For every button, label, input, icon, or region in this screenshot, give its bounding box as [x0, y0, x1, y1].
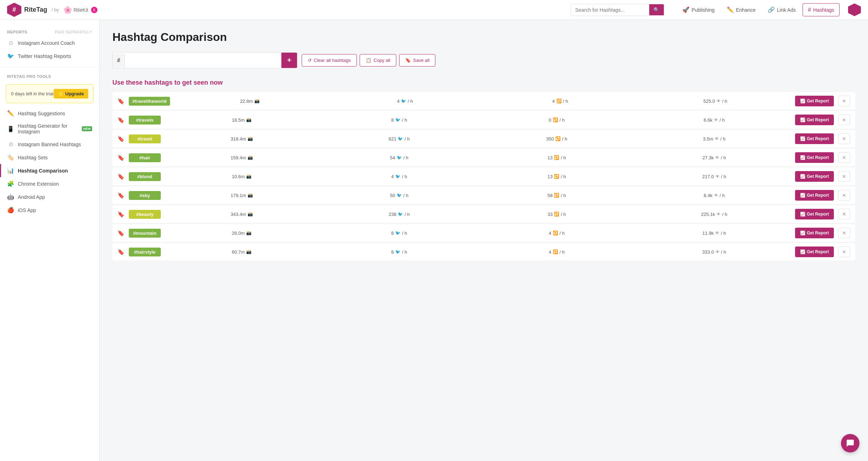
bookmark-icon[interactable]: 🔖 [117, 249, 125, 255]
main-nav: 🚀 Publishing ✏️ Enhance 🔗 Link Ads # Has… [677, 3, 840, 16]
banned-icon: ⊘ [7, 141, 14, 148]
get-report-button[interactable]: 📈 Get Report [795, 115, 834, 125]
reports-label: REPORTS [7, 30, 27, 34]
per-hour-label: / h [402, 174, 407, 179]
stat-retweets: 350 🔁 / h [480, 136, 634, 142]
sidebar-item-hashtag-sets[interactable]: 🏷️ Hashtag Sets [0, 151, 99, 164]
chat-icon [846, 439, 854, 447]
bookmark-icon[interactable]: 🔖 [117, 211, 125, 218]
nav-tab-enhance[interactable]: ✏️ Enhance [721, 3, 761, 16]
remove-hashtag-button[interactable]: ✕ [838, 171, 850, 182]
copy-all-button[interactable]: 📋 Copy all [360, 54, 396, 67]
views-count: 27.3k [702, 155, 714, 160]
per-hour-retweet: / h [560, 249, 565, 255]
stat-retweets: 58 🔁 / h [480, 193, 634, 198]
remove-hashtag-button[interactable]: ✕ [838, 247, 850, 257]
views-count: 3.5m [703, 136, 713, 142]
hashtag-text-input[interactable] [125, 54, 281, 67]
get-report-button[interactable]: 📈 Get Report [795, 171, 834, 182]
add-hashtag-button[interactable]: + [281, 53, 297, 68]
bookmark-icon[interactable]: 🔖 [117, 154, 125, 161]
per-hour-views: / h [721, 231, 726, 236]
save-icon: 🔖 [405, 58, 411, 63]
per-hour-label: / h [403, 193, 408, 198]
stat-tweets: 4 🐦 / h [329, 99, 480, 104]
sidebar-item-chrome-extension[interactable]: 🧩 Chrome Extension [0, 177, 99, 190]
per-hour-views: / h [721, 249, 726, 255]
retweet-icon: 🔁 [554, 174, 559, 179]
remove-hashtag-button[interactable]: ✕ [838, 228, 850, 238]
hashtag-row: 🔖 #hair 159.4m 📸 54 🐦 / h 13 🔁 / h 27.3k… [112, 149, 855, 167]
posts-count: 22.8m [240, 99, 253, 104]
stat-posts: 318.4m 📸 [165, 136, 318, 142]
clear-all-button[interactable]: ↺ Clear all hashtags [302, 54, 357, 67]
main-content: Hashtag Comparison # + ↺ Clear all hasht… [100, 20, 868, 461]
stat-tweets: 50 🐦 / h [323, 193, 476, 198]
sidebar-item-hashtag-suggestions[interactable]: ✏️ Hashtag Suggestions [0, 107, 99, 120]
get-report-button[interactable]: 📈 Get Report [795, 247, 834, 257]
views-count: 525.0 [703, 99, 715, 104]
save-all-button[interactable]: 🔖 Save all [399, 54, 435, 67]
sidebar-item-instagram-coach[interactable]: ⊙ Instagram Account Coach [0, 36, 99, 49]
remove-hashtag-button[interactable]: ✕ [838, 152, 850, 163]
eye-icon: 👁 [716, 99, 721, 104]
nav-tab-hashtags[interactable]: # Hashtags [803, 3, 840, 16]
per-hour-label: / h [404, 212, 409, 217]
posts-count: 10.6m [232, 174, 245, 179]
ritekit-logo[interactable]: 🌸 RiteKit [63, 6, 88, 14]
hashtag-tag: #travels [129, 116, 161, 124]
bookmark-icon[interactable]: 🔖 [117, 117, 125, 123]
retweet-icon: 🔁 [553, 117, 558, 122]
per-hour-views: / h [720, 117, 725, 123]
stat-views: 11.9k 👁 / h [637, 231, 791, 236]
nav-tab-link-ads[interactable]: 🔗 Link Ads [762, 3, 801, 16]
stat-views: 225.1k 👁 / h [637, 212, 791, 217]
tweets-count: 50 [390, 193, 395, 198]
remove-hashtag-button[interactable]: ✕ [838, 209, 850, 219]
tweets-count: 4 [391, 174, 394, 179]
bookmark-icon[interactable]: 🔖 [117, 173, 125, 180]
remove-hashtag-button[interactable]: ✕ [838, 115, 850, 125]
search-button[interactable]: 🔍 [649, 4, 664, 15]
bookmark-icon[interactable]: 🔖 [117, 192, 125, 199]
profile-hex-icon[interactable] [848, 4, 861, 16]
per-hour-retweet: / h [562, 136, 567, 142]
remove-hashtag-button[interactable]: ✕ [838, 96, 850, 106]
stat-tweets: 4 🐦 / h [323, 174, 476, 179]
sidebar-item-hashtag-comparison[interactable]: 📊 Hashtag Comparison [0, 164, 99, 177]
stat-retweets: 33 🔁 / h [480, 212, 634, 217]
instagram-icon: 📸 [248, 212, 253, 217]
search-input[interactable] [571, 4, 649, 16]
stat-retweets: 4 🔁 / h [480, 231, 634, 236]
get-report-button[interactable]: 📈 Get Report [795, 152, 834, 163]
sidebar-item-hashtag-generator[interactable]: 📱 Hashtag Generator for Instagram NEW [0, 120, 99, 138]
sidebar-item-android-app[interactable]: 🤖 Android App [0, 190, 99, 203]
remove-hashtag-button[interactable]: ✕ [838, 133, 850, 144]
pro-tools-label: RITETAG PRO TOOLS [7, 74, 51, 79]
sidebar-item-banned-hashtags[interactable]: ⊘ Instagram Banned Hashtags [0, 138, 99, 151]
upgrade-button[interactable]: ⭐ Upgrade [54, 89, 88, 99]
eye-icon: 👁 [715, 136, 719, 141]
get-report-label: Get Report [807, 174, 829, 179]
instagram-icon: 📸 [248, 136, 253, 141]
get-report-button[interactable]: 📈 Get Report [795, 96, 834, 106]
sidebar-item-ios-app[interactable]: 🍎 iOS App [0, 203, 99, 217]
get-report-button[interactable]: 📈 Get Report [795, 190, 834, 201]
clear-icon: ↺ [308, 58, 312, 63]
remove-hashtag-button[interactable]: ✕ [838, 190, 850, 201]
hashtag-tag: #hair [129, 153, 161, 162]
instagram-icon: 📸 [248, 155, 253, 160]
bookmark-icon[interactable]: 🔖 [117, 230, 125, 237]
stat-tweets: 54 🐦 / h [323, 155, 476, 160]
bookmark-icon[interactable]: 🔖 [117, 98, 125, 105]
bookmark-icon[interactable]: 🔖 [117, 136, 125, 142]
get-report-button[interactable]: 📈 Get Report [795, 228, 834, 238]
get-report-button[interactable]: 📈 Get Report [795, 209, 834, 219]
sidebar-item-twitter-reports[interactable]: 🐦 Twitter Hashtag Reports [0, 49, 99, 63]
logo[interactable]: # RiteTag / by 🌸 RiteKit 6 [7, 3, 97, 17]
nav-tab-publishing[interactable]: 🚀 Publishing [677, 3, 720, 16]
get-report-button[interactable]: 📈 Get Report [795, 133, 834, 144]
notification-badge[interactable]: 6 [91, 7, 97, 13]
chat-bubble-button[interactable] [841, 434, 859, 452]
stat-posts: 60.7m 📸 [165, 249, 318, 255]
